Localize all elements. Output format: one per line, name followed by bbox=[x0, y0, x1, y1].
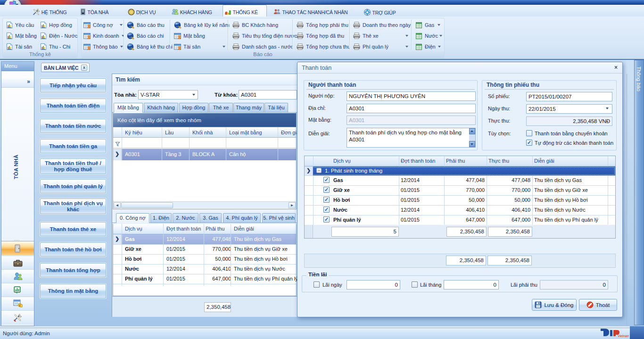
svg-text:$: $ bbox=[19, 304, 20, 307]
svg-text:Vietnam: Vietnam bbox=[618, 334, 629, 338]
